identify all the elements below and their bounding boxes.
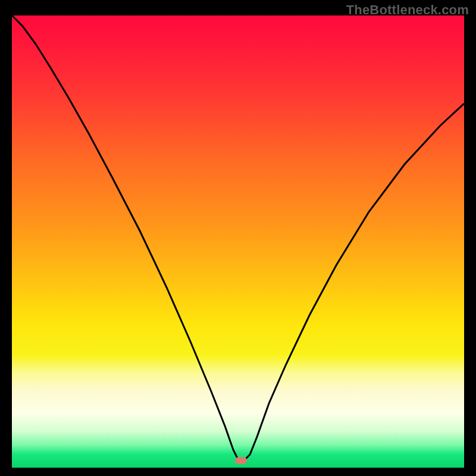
chart-frame: TheBottleneck.com — [0, 0, 476, 476]
optimal-point-marker — [235, 457, 247, 464]
curve-path — [12, 15, 464, 459]
bottleneck-curve — [12, 15, 464, 468]
plot-area — [12, 15, 464, 468]
